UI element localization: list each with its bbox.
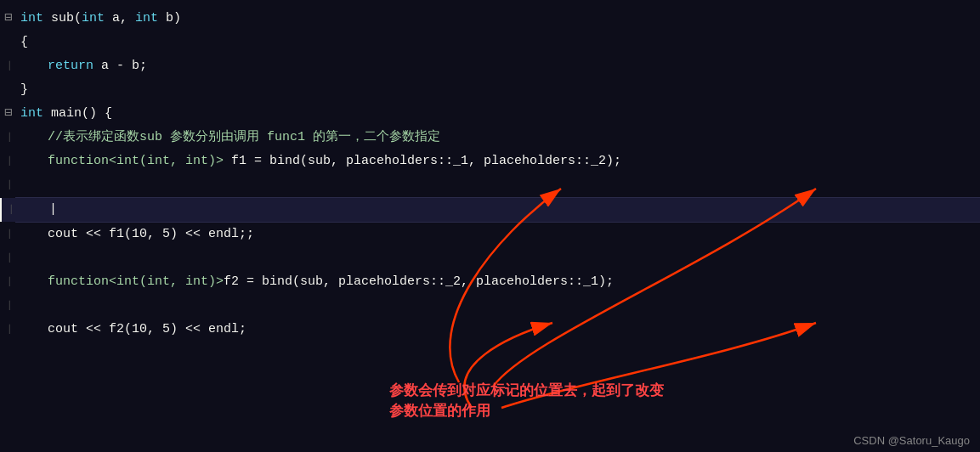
watermark: CSDN @Satoru_Kaugo [853, 434, 970, 447]
code-line-14: │ cout << f2(10, 5) << endl; [0, 318, 980, 342]
annotation-text: 参数会传到对应标记的位置去，起到了改变参数位置的作用 [389, 381, 664, 421]
code-line-6: │ //表示绑定函数sub 参数分别由调用 func1 的第一，二个参数指定 [0, 126, 980, 150]
line-content-7: function<int(int, int)> f1 = bind(sub, p… [15, 150, 980, 173]
gutter-14: │ [0, 318, 15, 342]
line-content-1: int sub(int a, int b) [15, 7, 980, 31]
code-line-9: │ | [0, 198, 980, 222]
gutter-12: │ [0, 270, 15, 294]
line-content-9: | [17, 198, 980, 222]
code-line-3: │ return a - b; [0, 54, 980, 78]
line-content-3: return a - b; [15, 54, 980, 78]
line-content-12: function<int(int, int)>f2 = bind(sub, pl… [15, 270, 980, 294]
code-line-12: │ function<int(int, int)>f2 = bind(sub, … [0, 270, 980, 294]
code-line-5: ⊟ int main() { [0, 102, 980, 126]
gutter-13: │ [0, 294, 15, 318]
indent-marker-3: │ [7, 54, 12, 78]
code-line-2: { [0, 31, 980, 54]
code-line-10: │ cout << f1(10, 5) << endl;; [0, 223, 980, 246]
gutter-9: │ [2, 198, 17, 222]
collapse-icon-1[interactable]: ⊟ [4, 7, 12, 31]
line-content-4: } [15, 78, 980, 102]
gutter-7: │ [0, 150, 15, 173]
code-line-11: │ [0, 246, 980, 270]
line-content-10: cout << f1(10, 5) << endl;; [15, 223, 980, 246]
line-content-14: cout << f2(10, 5) << endl; [15, 318, 980, 342]
gutter-6: │ [0, 126, 15, 150]
code-editor: ⊟ int sub(int a, int b) { │ return a - b… [0, 0, 980, 452]
code-line-13: │ [0, 294, 980, 318]
line-content-2: { [15, 31, 980, 54]
gutter-5: ⊟ [0, 102, 15, 126]
gutter-3: │ [0, 54, 15, 78]
line-content-5: int main() { [15, 102, 980, 126]
gutter-11: │ [0, 246, 15, 270]
gutter-10: │ [0, 223, 15, 246]
collapse-icon-5[interactable]: ⊟ [4, 102, 12, 126]
code-line-1: ⊟ int sub(int a, int b) [0, 7, 980, 31]
code-area: ⊟ int sub(int a, int b) { │ return a - b… [0, 0, 980, 348]
code-line-7: │ function<int(int, int)> f1 = bind(sub,… [0, 150, 980, 173]
keyword-int: int [20, 11, 43, 25]
gutter-8: │ [0, 173, 15, 197]
line-content-6: //表示绑定函数sub 参数分别由调用 func1 的第一，二个参数指定 [15, 126, 980, 150]
collapse-gutter-1: ⊟ [0, 7, 15, 31]
code-line-8: │ [0, 173, 980, 197]
code-line-4: } [0, 78, 980, 102]
